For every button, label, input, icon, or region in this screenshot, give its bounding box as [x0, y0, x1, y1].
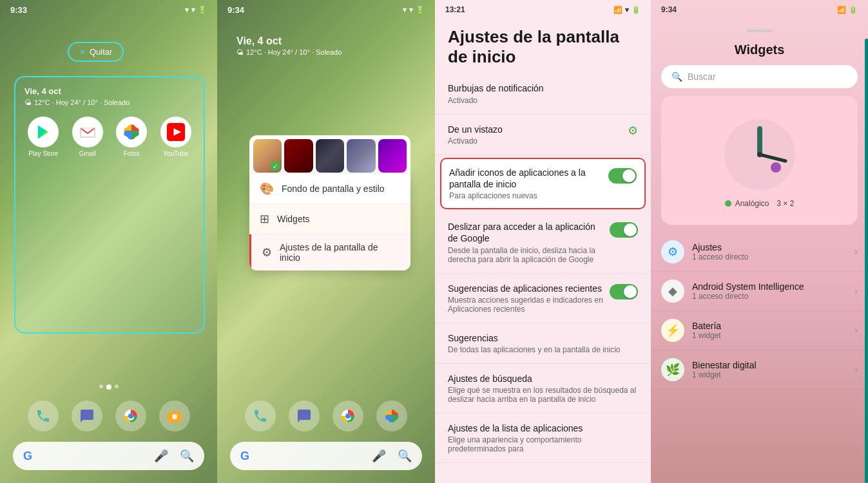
dot-1	[99, 384, 103, 388]
p3-time: 13:21	[445, 5, 465, 14]
burbujas-label: Burbujas de notificación	[448, 82, 544, 94]
wallpaper-thumb-5[interactable]	[378, 139, 407, 173]
quitar-button[interactable]: ✕ Quitar	[68, 42, 124, 62]
app-icon-gmail[interactable]: Gmail	[69, 117, 107, 157]
status-icons-2: ▾ ▾ 🔋	[403, 6, 425, 14]
clock-widget-label: Analógico	[735, 199, 769, 208]
asi-icon: ◆	[661, 279, 684, 303]
clock-svg	[718, 113, 802, 196]
recientes-text: Sugerencias de aplicaciones recientes Mu…	[448, 283, 610, 314]
widget-item-asi[interactable]: ◆ Android System Intelligence 1 acceso d…	[651, 272, 868, 311]
add-icons-sublabel: Para aplicaciones nuevas	[449, 191, 603, 200]
app-icon-photos[interactable]: Fotos	[113, 117, 151, 157]
bienestar-leaf-icon: 🌿	[666, 363, 680, 377]
palette-icon: 🎨	[260, 182, 274, 196]
menu-wallpaper[interactable]: 🎨 Fondo de pantalla y estilo	[249, 174, 410, 204]
wallpaper-thumb-3[interactable]	[316, 139, 344, 173]
p3-battery: 🔋	[632, 6, 641, 14]
settings-item-add-icons-highlighted[interactable]: Añadir iconos de aplicaciones a la panta…	[440, 158, 646, 209]
search-bar-2[interactable]: G 🎤 🔍	[230, 442, 422, 470]
p2-sun-icon: 🌤	[236, 48, 244, 56]
settings-item-recientes[interactable]: Sugerencias de aplicaciones recientes Mu…	[435, 274, 651, 323]
google-slide-toggle[interactable]	[610, 222, 638, 238]
app-icon-youtube[interactable]: YouTube	[157, 117, 195, 157]
widget-item-bienestar[interactable]: 🌿 Bienestar digital 1 widget ›	[651, 350, 868, 390]
busqueda-text: Ajustes de búsqueda Elige qué se muestra…	[448, 373, 638, 404]
svg-point-6	[172, 414, 177, 419]
signal-icon: ▾	[191, 6, 195, 14]
ajustes-gear-icon: ⚙	[668, 245, 678, 259]
settings-list: Burbujas de notificación Activado De un …	[435, 73, 651, 463]
svg-point-5	[128, 413, 133, 419]
svg-marker-0	[38, 126, 48, 139]
widget-item-bateria[interactable]: ⚡ Batería 1 widget ›	[651, 311, 868, 350]
mic-icon-2[interactable]: 🎤	[372, 449, 386, 463]
teal-accent-bar	[865, 39, 868, 483]
sugerencias-label: Sugerencias	[448, 332, 621, 344]
bienestar-text: Bienestar digital 1 widget	[692, 360, 757, 379]
status-bar-2: 9:34 ▾ ▾ 🔋	[217, 0, 435, 17]
bateria-chevron[interactable]: ›	[854, 325, 858, 336]
recientes-toggle[interactable]	[610, 284, 638, 299]
settings-item-sugerencias[interactable]: Sugerencias De todas las aplicaciones y …	[435, 323, 651, 364]
status-bar-1: 9:33 ▾ ▾ 🔋	[0, 0, 217, 17]
gmail-label: Gmail	[79, 150, 96, 157]
ajustes-chevron[interactable]: ›	[854, 246, 858, 258]
svg-point-12	[771, 162, 781, 173]
menu-wallpaper-label: Fondo de pantalla y estilo	[282, 184, 385, 194]
quitar-label: Quitar	[90, 47, 112, 57]
dock2-phone[interactable]	[245, 401, 276, 431]
wallpaper-thumb-1[interactable]	[253, 139, 282, 173]
menu-settings[interactable]: ⚙ Ajustes de la pantalla de inicio	[249, 234, 410, 270]
add-icons-toggle[interactable]	[608, 168, 637, 184]
settings-item-burbujas[interactable]: Burbujas de notificación Activado	[435, 73, 651, 114]
p2-date-line: Vie, 4 oct	[236, 35, 342, 47]
dock2-chrome[interactable]	[333, 401, 363, 431]
youtube-icon	[160, 117, 191, 147]
menu-widgets[interactable]: ⊞ Widgets	[249, 204, 410, 234]
widget-item-ajustes[interactable]: ⚙ Ajustes 1 acceso directo ›	[651, 232, 868, 272]
settings-item-add-icons[interactable]: Añadir iconos de aplicaciones a la panta…	[441, 159, 644, 208]
dock-camera[interactable]	[159, 401, 190, 431]
vistazo-gear-icon[interactable]: ⚙	[628, 124, 638, 138]
lens-icon-2[interactable]: 🔍	[398, 449, 412, 463]
asi-chevron[interactable]: ›	[854, 285, 858, 297]
sugerencias-text: Sugerencias De todas las aplicaciones y …	[448, 332, 621, 354]
widgets-search[interactable]: 🔍 Buscar	[661, 65, 858, 88]
bateria-icon: ⚡	[661, 319, 684, 342]
vistazo-label: De un vistazo	[448, 124, 503, 135]
settings-item-google-slide[interactable]: Deslizar para acceder a la aplicación de…	[435, 212, 651, 273]
wallpaper-thumb-4[interactable]	[347, 139, 375, 173]
settings-item-busqueda[interactable]: Ajustes de búsqueda Elige qué se muestra…	[435, 364, 651, 413]
dock2-messages[interactable]	[289, 401, 320, 431]
wallpaper-selector	[249, 135, 410, 176]
dock-messages[interactable]	[72, 401, 102, 431]
bienestar-chevron[interactable]: ›	[854, 364, 858, 375]
date-line: Vie, 4 oct	[24, 86, 195, 96]
widgets-header: Widgets	[651, 17, 868, 65]
search-bar-1[interactable]: G 🎤 🔍	[13, 442, 204, 470]
p4-status-icons: 📶 🔋	[837, 6, 858, 14]
settings-item-vistazo[interactable]: De un vistazo Activado ⚙	[435, 115, 651, 155]
p2-date-widget: Vie, 4 oct 🌤 12°C · Hoy 24° / 10° · Sole…	[236, 35, 342, 56]
bienestar-name: Bienestar digital	[692, 360, 757, 370]
settings-item-lista[interactable]: Ajustes de la lista de aplicaciones Elig…	[435, 413, 651, 463]
wifi-icon: ▾	[185, 6, 189, 14]
google-slide-label: Deslizar para acceder a la aplicación de…	[448, 221, 604, 244]
app-grid: Play Store Gmail Fotos YouTube	[24, 117, 195, 157]
date-widget: Vie, 4 oct 🌤 12°C · Hoy 24° / 10° · Sole…	[24, 86, 195, 106]
settings-icon: ⚙	[262, 245, 272, 260]
wallpaper-thumb-2[interactable]	[284, 139, 313, 173]
search-icon: 🔍	[671, 71, 682, 82]
lens-icon[interactable]: 🔍	[180, 449, 194, 463]
dock-chrome[interactable]	[115, 401, 146, 431]
dock2-photos[interactable]	[376, 401, 407, 431]
p3-status-icons: 📶 ▾ 🔋	[613, 6, 641, 14]
google-logo: G	[23, 450, 32, 463]
playstore-icon	[28, 117, 59, 147]
app-icon-playstore[interactable]: Play Store	[24, 117, 63, 157]
dock-phone[interactable]	[28, 401, 59, 431]
asi-name: Android System Intelligence	[692, 281, 804, 292]
p3-signal: ▾	[625, 6, 629, 14]
mic-icon[interactable]: 🎤	[154, 449, 168, 463]
